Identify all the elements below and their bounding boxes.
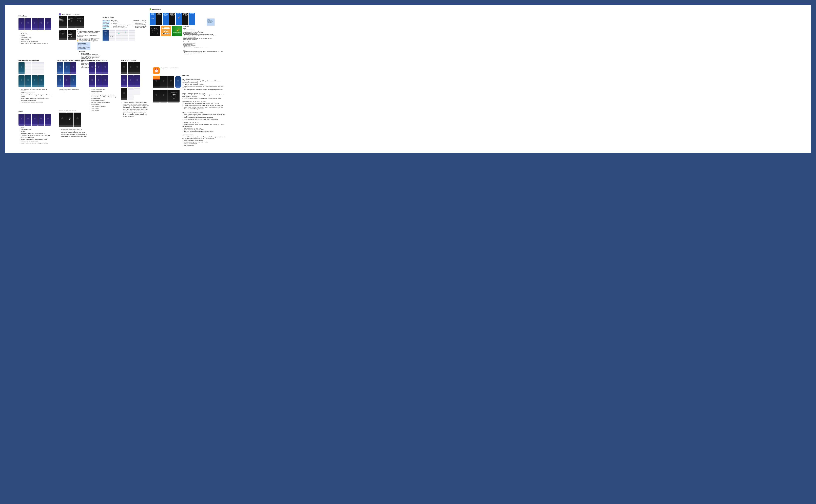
feature-tile: Berceuses aux sons de la nature <box>182 13 188 25</box>
brand-card: 🌙 Sleep as Android <box>172 26 182 36</box>
lastnight-dur: 8h <box>172 97 174 100</box>
list-item: occasional overheating <box>135 24 148 26</box>
title-calm: CALM- MEDITATION AND SLEEPING APP <box>57 60 86 61</box>
screenshot-thumb <box>70 75 76 87</box>
tile-text: Mélanger les sons <box>59 30 65 32</box>
list-item: Relaxing sounds (from nature, ASMR…) <box>21 133 52 134</box>
promo-tile: Me leverplus facilement07 : 26 <box>76 16 84 28</box>
tile-text: à votre goût <box>59 33 65 34</box>
comments-block: Comments : 3.1 PlayStore regular crashes… <box>133 20 148 29</box>
app-name: Sleep Cycle <box>161 67 168 69</box>
tile-text: plus facilement <box>77 18 83 19</box>
list-item: Alarm <box>21 127 52 129</box>
snooze-label: SNOOZE <box>165 28 169 29</box>
screenshot-thumb <box>134 75 140 87</box>
feature-heading: ALSO INCLUDED: <box>182 134 194 136</box>
feature-line: Full-featured alarm clock <box>183 43 223 44</box>
section-saa: Sleep as Android 4.5 on PlayStore Réveil… <box>150 8 223 55</box>
playstore-link[interactable]: https://play.google.com/store/apps/detai… <box>103 20 110 29</box>
sc-screens-col: LAST NIGHT 72% Sleep quality 8h <box>153 75 181 104</box>
feature-heading: AVAILABLE ON WEAR OS <box>182 122 198 124</box>
list-item: wellness app with one of the features be… <box>21 88 52 92</box>
list-item: information why sleep is so important <box>21 101 52 103</box>
list-item: Lack of reliability <box>81 53 101 54</box>
app-header: Sleep Analysis 4.8 PlayStore <box>59 13 101 15</box>
list-item: Meditation guides <box>21 37 52 39</box>
title-pokemon: Pokemon sleep <box>103 17 148 19</box>
sc-features-col: Features : INTELLIGENT ALARM CLOCK Its d… <box>182 75 225 146</box>
list-item: stories, meditation, music, sound landsc… <box>59 88 86 92</box>
sticky-note[interactable]: TODO : compliance? data sharing? onboard… <box>207 18 214 26</box>
feature-line: … and much more! <box>182 145 225 146</box>
screens-bettersleep <box>18 18 52 30</box>
list-item: Mood tracking. <box>91 104 118 105</box>
screenshot-thumb <box>57 62 63 74</box>
screenshot-thumb <box>25 18 31 30</box>
snooze-card: ⏰ SNOOZE AlarmWed 10:18 ✖ DISMISS <box>161 26 171 36</box>
data-header: Data <box>183 50 185 51</box>
app-rating: 4.3 on PlayStore <box>169 67 178 69</box>
list-item: The app is a sleep tracker, gentle alarm… <box>123 101 150 117</box>
app-name: Sleep Analysis <box>62 14 71 15</box>
screenshot-thumb <box>153 90 160 102</box>
feature-line: Smart wake up feels natural <box>183 33 223 34</box>
feature-line: Sleep notes: monitor how drinking coffee… <box>182 106 225 108</box>
feature-heading: SLEEP TRACKING - SLEEP ANALYSIS <box>182 101 206 103</box>
screenshot-thumb: ▶ <box>66 113 73 127</box>
list-item: Gamification <box>113 21 132 23</box>
list-item: export sleep data feature <box>91 88 118 90</box>
feature-line: Sleep recorder: Capture the noises you m… <box>182 98 225 99</box>
tile-time: 07 : 26 <box>77 20 84 22</box>
feature-tile: Réveil intelligent7:30 <box>150 13 156 25</box>
list-item: Endel's soundscapes are based on neurosc… <box>61 128 87 137</box>
feature-line: 🎵 Relax with sounds that help you fall a… <box>77 37 101 39</box>
feature-tile: Anti-ronflements <box>156 13 162 25</box>
feature-line: Confidentiality first <box>183 53 223 55</box>
screenshot-thumb <box>45 114 51 126</box>
title-pillow2: Pillow <box>18 111 52 113</box>
screenshot-thumb <box>102 75 108 87</box>
feature-line: Go to bed on time with bedtime notificat… <box>183 32 223 33</box>
feature-line: Its design only wakes you up at the perf… <box>182 80 225 84</box>
promo-tile: Comprendre ce quiaffecte le sommeil <box>59 16 67 28</box>
feature-line: Soft alarm sounds <box>183 44 223 45</box>
feature-line: Check the quality of your sleep, with a … <box>182 103 225 104</box>
whiteboard-canvas[interactable]: BetterSleep Playlists Customizing sounds… <box>5 5 811 153</box>
feature-line: CPAP respiratory analysis <box>183 37 223 38</box>
thumb-time: 22 : 00 <box>103 31 109 32</box>
tile-text: Comprendre ce qui <box>59 16 66 19</box>
list-item: Sleep tracking <box>21 39 52 40</box>
feature-line: Sunrise alarm <box>183 46 223 47</box>
lastnight-pctlabel: Sleep quality <box>171 96 176 97</box>
saa-row2: ⏸ PAUSE Sleep tracking ✕ STOP ⏰ SNOOZE A… <box>150 26 223 55</box>
feature-line: Carefully selected alarm melodies. <box>182 84 225 85</box>
section-rise: RISE- SLEEP TRACKER The app is a sleep t… <box>121 59 150 118</box>
bullets: export sleep data feature personal analy… <box>89 88 118 111</box>
feature-line: Sleep goal: sleep more regularly. <box>182 139 225 141</box>
feature-line: Spotify songs or playlists <box>183 45 223 46</box>
tile-time: 23 : 33 <box>68 36 75 38</box>
feature-line: Customizable alarm window. From instant … <box>182 85 225 89</box>
feature-line: Sleep score: deficit, regularity, effici… <box>183 51 223 52</box>
feature-line: Online backup: protect your data online. <box>182 141 225 143</box>
screenshot-thumb <box>64 75 70 87</box>
list-item: Stories <box>21 35 52 37</box>
feature-line: Keep your phone on the bedside table and… <box>182 124 225 127</box>
screenshot-thumb <box>59 113 66 127</box>
screenshot-thumb <box>121 75 127 87</box>
gdpr-block: GDPR compliance We do not store any of y… <box>77 42 90 50</box>
list-item: sleep sounds, meditations, breathwork, r… <box>21 98 52 101</box>
feature-tile: Intégration <box>189 13 195 25</box>
sleepcycle-icon: ⏰ <box>153 67 160 74</box>
screenshot-thumb <box>96 75 102 87</box>
alarm-time: Wed 10:18 <box>163 31 168 32</box>
promo-tiles-row1: Comprendre ce quiaffecte le sommeil Ronf… <box>59 16 101 28</box>
section-feelbetter: FEEL BETTER- WELLNESS APP wellness app w… <box>18 59 52 104</box>
feature-line: ⏰ Wake up gently with the smart alarm <box>77 39 101 40</box>
screenshot-thumb: 5 <box>122 30 128 41</box>
brand-label: Sleep as Android <box>173 32 181 33</box>
screenshot-thumb <box>160 76 167 88</box>
list-item: sleep tracker <box>91 92 118 94</box>
list-item: 4,9/5 rating in app store <box>21 92 52 94</box>
feature-tile: CAPTCHA🚀 <box>176 13 182 25</box>
